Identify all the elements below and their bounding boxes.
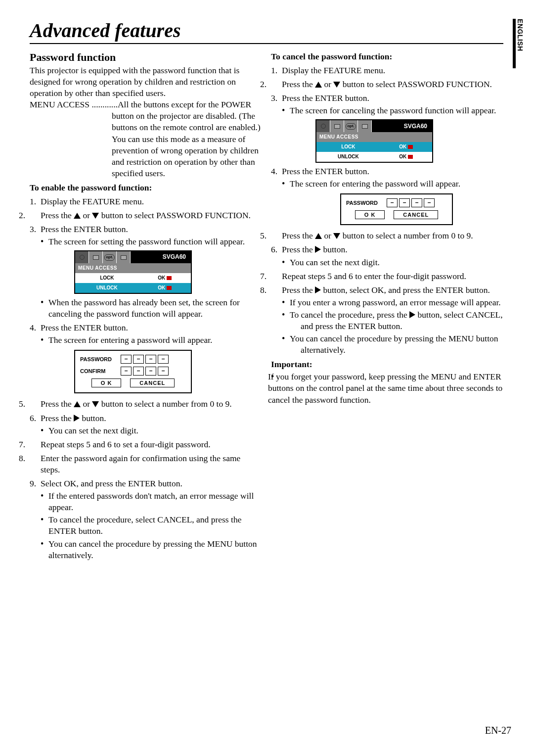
enable-steps: 1.Display the FEATURE menu. 2.Press the … bbox=[30, 196, 262, 561]
page-number: EN-27 bbox=[485, 725, 511, 736]
step-9-bullet-1: If the entered passwords don't match, an… bbox=[30, 490, 262, 513]
password-label: PASSWORD bbox=[80, 356, 121, 363]
up-arrow-icon bbox=[74, 213, 81, 219]
digit-box: – bbox=[121, 367, 132, 376]
tab-icon bbox=[89, 251, 103, 263]
menu-header: MENU ACCESS bbox=[75, 263, 191, 273]
cancel-button: CANCEL bbox=[394, 210, 438, 220]
content-columns: Password function This projector is equi… bbox=[30, 51, 503, 561]
tab-icon bbox=[75, 251, 89, 263]
menu-mode: SVGA60 bbox=[404, 120, 432, 132]
menu-screenshot-lock: opt. SVGA60 MENU ACCESS LOCK OK UNLOCK O… bbox=[74, 250, 192, 293]
digit-box: – bbox=[145, 355, 156, 364]
step-2: 2.Press the or button to select PASSWORD… bbox=[271, 79, 503, 90]
step-5: 5.Press the or button to select a number… bbox=[271, 230, 503, 241]
step-3-bullet: The screen for canceling the password fu… bbox=[271, 105, 503, 116]
digit-box: – bbox=[133, 367, 144, 376]
step-6: 6.Press the button. You can set the next… bbox=[271, 244, 503, 268]
step-3-bullet-2: When the password has already been set, … bbox=[30, 297, 262, 320]
digit-box: – bbox=[121, 355, 132, 364]
up-arrow-icon bbox=[315, 233, 322, 239]
language-tab: ENGLISH bbox=[516, 19, 524, 51]
step-1: 1.Display the FEATURE menu. bbox=[271, 65, 503, 76]
up-arrow-icon bbox=[315, 82, 322, 88]
tab-icon: opt. bbox=[344, 120, 358, 132]
password-label: PASSWORD bbox=[346, 199, 387, 207]
step-3: 3.Press the ENTER button. The screen for… bbox=[30, 224, 262, 320]
step-6: 6.Press the button. You can set the next… bbox=[30, 413, 262, 436]
enter-icon bbox=[408, 155, 413, 159]
step-2: 2.Press the or button to select PASSWORD… bbox=[30, 210, 262, 221]
right-arrow-icon bbox=[409, 311, 415, 318]
enable-heading: To enable the password function: bbox=[30, 182, 262, 193]
tab-icon bbox=[117, 251, 131, 263]
left-column: Password function This projector is equi… bbox=[30, 51, 262, 561]
confirm-label: CONFIRM bbox=[80, 368, 121, 375]
cancel-heading: To cancel the password function: bbox=[271, 51, 503, 62]
menu-row-unlock: UNLOCK OK bbox=[75, 283, 191, 293]
step-3-bullet: The screen for setting the password func… bbox=[30, 236, 262, 247]
important-heading: Important: bbox=[271, 359, 503, 370]
step-6-bullet: You can set the next digit. bbox=[271, 257, 503, 268]
important-text: If you forget your password, keep pressi… bbox=[260, 371, 503, 405]
ok-button: O K bbox=[355, 210, 385, 220]
menu-access-def: MENU ACCESS ............All the buttons … bbox=[30, 99, 262, 179]
menu-row-lock: LOCK OK bbox=[75, 273, 191, 283]
password-entry-box: PASSWORD – – – – CONFIRM – – bbox=[74, 350, 192, 394]
step-8-bullet-3: You can cancel the procedure by pressing… bbox=[282, 333, 503, 356]
digit-box: – bbox=[133, 355, 144, 364]
digit-box: – bbox=[411, 198, 422, 207]
down-arrow-icon bbox=[333, 82, 340, 88]
menu-row-unlock: UNLOCK OK bbox=[316, 152, 432, 162]
step-1: 1.Display the FEATURE menu. bbox=[30, 196, 262, 207]
step-8-bullet-1: If you enter a wrong password, an error … bbox=[282, 297, 503, 308]
intro-text: This projector is equipped with the pass… bbox=[30, 65, 262, 99]
digit-box: – bbox=[424, 198, 435, 207]
menu-screenshot-unlock: opt. SVGA60 MENU ACCESS LOCK OK UNLOCK O… bbox=[315, 119, 433, 162]
step-8-bullet-2: To cancel the procedure, press the butto… bbox=[282, 309, 503, 332]
right-column: To cancel the password function: 1.Displ… bbox=[271, 51, 503, 561]
menu-row-lock: LOCK OK bbox=[316, 142, 432, 152]
page-title: Advanced features bbox=[30, 19, 503, 44]
step-3: 3.Press the ENTER button. The screen for… bbox=[271, 93, 503, 162]
tab-icon bbox=[358, 120, 372, 132]
up-arrow-icon bbox=[74, 401, 81, 407]
step-4-bullet: The screen for entering a password will … bbox=[30, 334, 262, 346]
section-heading: Password function bbox=[30, 51, 262, 64]
ok-button: O K bbox=[91, 378, 122, 388]
step-4: 4.Press the ENTER button. The screen for… bbox=[271, 166, 503, 226]
step-4-bullet: The screen for entering the password wil… bbox=[271, 178, 503, 189]
step-4: 4.Press the ENTER button. The screen for… bbox=[30, 322, 262, 394]
enter-icon bbox=[167, 286, 172, 290]
step-7: 7.Repeat steps 5 and 6 to set a four-dig… bbox=[30, 439, 262, 450]
right-arrow-icon bbox=[315, 246, 321, 253]
password-entry-box: PASSWORD – – – – O K CANCEL bbox=[340, 193, 453, 226]
step-6-bullet: You can set the next digit. bbox=[30, 425, 262, 436]
step-5: 5.Press the or button to select a number… bbox=[30, 398, 262, 410]
digit-box: – bbox=[387, 198, 398, 207]
down-arrow-icon bbox=[92, 213, 99, 219]
digit-box: – bbox=[399, 198, 410, 207]
cancel-button: CANCEL bbox=[130, 378, 175, 388]
tab-icon: opt. bbox=[103, 251, 117, 263]
digit-box: – bbox=[145, 367, 156, 376]
down-arrow-icon bbox=[333, 233, 340, 239]
enter-icon bbox=[167, 276, 172, 280]
digit-box: – bbox=[158, 367, 169, 376]
step-7: 7.Repeat steps 5 and 6 to enter the four… bbox=[271, 271, 503, 282]
step-9-bullet-3: You can cancel the procedure by pressing… bbox=[30, 538, 262, 561]
menu-header: MENU ACCESS bbox=[316, 132, 432, 142]
step-8: 8.Press the button, select OK, and press… bbox=[271, 284, 503, 356]
menu-mode: SVGA60 bbox=[163, 251, 191, 263]
tab-icon bbox=[330, 120, 344, 132]
cancel-steps: 1.Display the FEATURE menu. 2.Press the … bbox=[271, 65, 503, 356]
step-9: 9.Select OK, and press the ENTER button.… bbox=[30, 478, 262, 561]
step-8: 8.Enter the password again for confirmat… bbox=[30, 453, 262, 475]
tab-icon bbox=[316, 120, 330, 132]
right-arrow-icon bbox=[315, 286, 321, 293]
down-arrow-icon bbox=[92, 401, 99, 407]
enter-icon bbox=[408, 145, 413, 149]
step-9-bullet-2: To cancel the procedure, select CANCEL, … bbox=[30, 514, 262, 537]
side-bar bbox=[513, 19, 516, 68]
digit-box: – bbox=[158, 355, 169, 364]
